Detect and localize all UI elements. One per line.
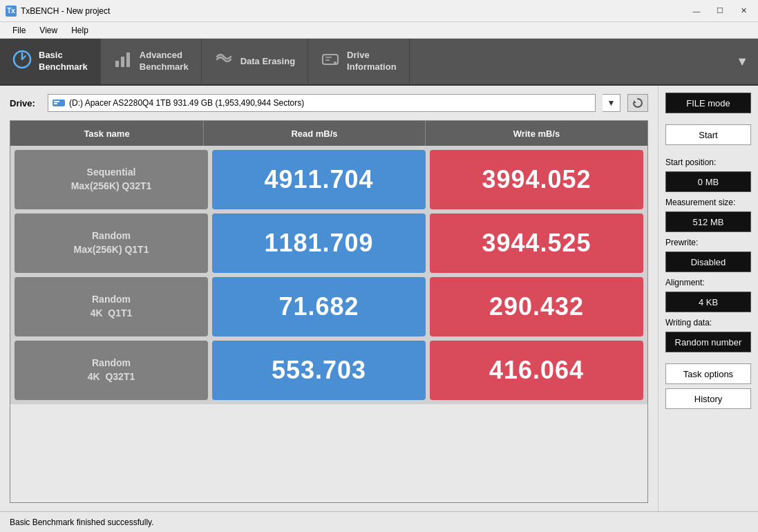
tab-data-erasing[interactable]: Data Erasing <box>202 39 308 84</box>
menu-help[interactable]: Help <box>64 24 95 37</box>
tab-drive-information[interactable]: DriveInformation <box>308 39 410 84</box>
window-title: TxBENCH - New project <box>21 6 688 16</box>
write-value-random-4k-q1: 290.432 <box>430 277 643 336</box>
write-value-random-4k-q32: 416.064 <box>430 341 643 400</box>
advanced-benchmark-label: AdvancedBenchmark <box>140 50 189 73</box>
header-read: Read mB/s <box>204 121 426 146</box>
measurement-size-label: Measurement size: <box>665 198 751 207</box>
svg-rect-3 <box>126 53 130 67</box>
header-task-name: Task name <box>10 121 204 146</box>
writing-data-label: Writing data: <box>665 318 751 327</box>
toolbar-dropdown-button[interactable]: ▼ <box>726 39 758 84</box>
basic-benchmark-label: BasicBenchmark <box>39 50 88 73</box>
benchmark-table: Task name Read mB/s Write mB/s Sequentia… <box>10 120 648 503</box>
menubar: File View Help <box>0 22 758 39</box>
drive-dropdown-arrow[interactable]: ▼ <box>603 94 620 112</box>
measurement-size-value[interactable]: 512 MB <box>665 211 751 232</box>
table-body: SequentialMax(256K) Q32T1 4911.704 3994.… <box>10 146 647 404</box>
table-row: RandomMax(256K) Q1T1 1181.709 3944.525 <box>15 213 643 273</box>
right-panel: FILE mode Start Start position: 0 MB Mea… <box>658 86 758 511</box>
left-panel: Drive: (D:) Apacer AS2280Q4 1TB 931.49 G… <box>0 86 658 511</box>
task-name-random-4k-q32: Random4K Q32T1 <box>15 341 208 400</box>
write-value-random-256k: 3944.525 <box>430 213 643 273</box>
data-erasing-label: Data Erasing <box>240 56 295 68</box>
toolbar: BasicBenchmark AdvancedBenchmark Data Er… <box>0 39 758 86</box>
window-controls: — ☐ ✕ <box>688 4 752 18</box>
svg-rect-2 <box>121 57 124 67</box>
read-value-sequential: 4911.704 <box>212 150 426 209</box>
drive-information-icon <box>321 50 340 73</box>
header-write: Write mB/s <box>426 121 647 146</box>
prewrite-value[interactable]: Disabled <box>665 251 751 272</box>
start-position-label: Start position: <box>665 158 751 167</box>
close-button[interactable]: ✕ <box>735 4 752 18</box>
minimize-button[interactable]: — <box>688 4 705 18</box>
tab-basic-benchmark[interactable]: BasicBenchmark <box>0 39 101 84</box>
file-mode-button[interactable]: FILE mode <box>665 93 751 113</box>
read-value-random-4k-q1: 71.682 <box>212 277 426 336</box>
drive-refresh-button[interactable] <box>627 94 648 112</box>
table-header: Task name Read mB/s Write mB/s <box>10 121 647 146</box>
status-message: Basic Benchmark finished successfully. <box>10 517 154 527</box>
drive-value: (D:) Apacer AS2280Q4 1TB 931.49 GB (1,95… <box>69 98 304 108</box>
maximize-button[interactable]: ☐ <box>711 4 729 18</box>
svg-point-5 <box>334 61 337 64</box>
main-content: Drive: (D:) Apacer AS2280Q4 1TB 931.49 G… <box>0 86 758 511</box>
alignment-value[interactable]: 4 KB <box>665 292 751 312</box>
drive-selector-row: Drive: (D:) Apacer AS2280Q4 1TB 931.49 G… <box>10 94 648 112</box>
start-button[interactable]: Start <box>665 124 751 145</box>
data-erasing-icon <box>214 50 234 73</box>
prewrite-label: Prewrite: <box>665 238 751 247</box>
svg-rect-10 <box>54 103 57 104</box>
drive-label: Drive: <box>10 98 41 108</box>
table-row: Random4K Q1T1 71.682 290.432 <box>15 277 643 336</box>
history-button[interactable]: History <box>665 388 751 409</box>
statusbar: Basic Benchmark finished successfully. <box>0 511 758 532</box>
task-name-random-256k: RandomMax(256K) Q1T1 <box>15 213 208 273</box>
table-row: SequentialMax(256K) Q32T1 4911.704 3994.… <box>15 150 643 209</box>
task-name-random-4k-q1: Random4K Q1T1 <box>15 277 208 336</box>
writing-data-value[interactable]: Random number <box>665 332 751 352</box>
read-value-random-256k: 1181.709 <box>212 213 426 273</box>
task-options-button[interactable]: Task options <box>665 363 751 384</box>
drive-select[interactable]: (D:) Apacer AS2280Q4 1TB 931.49 GB (1,95… <box>48 94 596 112</box>
menu-file[interactable]: File <box>6 24 32 37</box>
table-row: Random4K Q32T1 553.703 416.064 <box>15 341 643 400</box>
alignment-label: Alignment: <box>665 278 751 287</box>
tab-advanced-benchmark[interactable]: AdvancedBenchmark <box>101 39 202 84</box>
svg-rect-1 <box>115 61 119 67</box>
advanced-benchmark-icon <box>113 50 133 73</box>
svg-rect-9 <box>54 101 59 102</box>
menu-view[interactable]: View <box>32 24 64 37</box>
drive-information-label: DriveInformation <box>347 50 397 73</box>
svg-marker-11 <box>634 100 636 103</box>
start-position-value[interactable]: 0 MB <box>665 171 751 192</box>
task-name-sequential: SequentialMax(256K) Q32T1 <box>15 150 208 209</box>
basic-benchmark-icon <box>12 50 32 73</box>
write-value-sequential: 3994.052 <box>430 150 643 209</box>
app-icon: Tx <box>6 6 17 17</box>
titlebar: Tx TxBENCH - New project — ☐ ✕ <box>0 0 758 22</box>
read-value-random-4k-q32: 553.703 <box>212 341 426 400</box>
